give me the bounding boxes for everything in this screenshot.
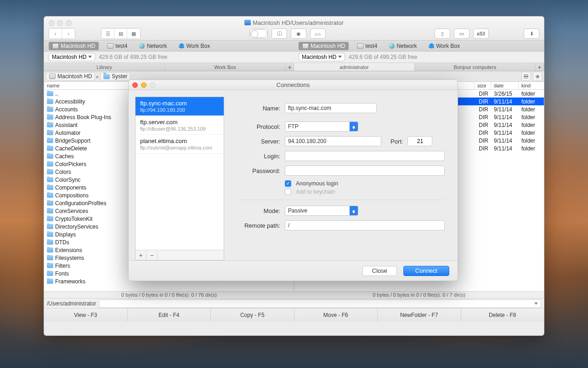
forward-button[interactable]: ›	[62, 29, 75, 39]
folder-icon	[47, 216, 53, 221]
folder-icon	[103, 74, 110, 79]
connect-button[interactable]: Connect	[403, 266, 449, 276]
form-divider	[238, 200, 445, 200]
s3-button[interactable]: aS3	[473, 29, 489, 39]
connection-item[interactable]: ftp.sync-mac.comftp://94.100.180.200	[136, 97, 224, 116]
folder-icon	[47, 247, 53, 253]
function-button[interactable]: NewFolder - F7	[378, 309, 461, 322]
col-kind-r[interactable]: kind	[519, 82, 544, 89]
quicklook-button[interactable]: ◉	[291, 29, 306, 39]
list-view-button[interactable]	[521, 72, 531, 81]
favorite-star-button[interactable]: ★	[533, 72, 542, 81]
server-label: Server:	[229, 138, 280, 145]
hd-icon	[357, 43, 363, 49]
add-connection-button[interactable]: +	[136, 250, 147, 260]
function-button[interactable]: Delete - F8	[461, 309, 544, 322]
status-left: 0 bytes / 0 bytes in 0 / 0 file(s). 0 / …	[44, 292, 294, 298]
folder-icon	[47, 232, 53, 237]
crumb-system[interactable]: Syster	[100, 72, 130, 80]
tab-row: Library Work Box + administrator Bonjour…	[44, 63, 544, 71]
dialog-close-button[interactable]	[132, 82, 138, 88]
volume-select-left[interactable]: Macintosh HD	[49, 53, 95, 61]
anonymous-checkbox[interactable]	[285, 180, 291, 187]
dialog-minimize-button[interactable]	[141, 82, 147, 88]
dialog-traffic-lights	[132, 82, 155, 88]
fav-test4-r[interactable]: test4	[353, 42, 381, 50]
favorites-bar: Macintosh HD test4 Network Work Box Maci…	[44, 40, 544, 52]
dialog-zoom-button[interactable]	[150, 82, 155, 88]
tab-workbox[interactable]: Work Box	[165, 63, 286, 71]
server-input[interactable]: 94.100.180.200	[285, 136, 381, 146]
connections-items[interactable]: ftp.sync-mac.comftp://94.100.180.200ftp.…	[136, 97, 224, 250]
command-path-label: /Users/administrator	[47, 300, 96, 307]
fav-macintosh-hd[interactable]: Macintosh HD	[49, 42, 99, 50]
col-size-r[interactable]: size	[475, 82, 491, 89]
view-columns-icon[interactable]: ▤	[114, 29, 127, 39]
password-input[interactable]	[285, 166, 445, 176]
folder-icon	[47, 107, 53, 112]
download-button[interactable]: ⬇	[524, 29, 539, 39]
binoculars-button[interactable]: ⌕⌕	[310, 29, 326, 39]
chevron-updown-icon	[350, 206, 358, 215]
folder-icon	[47, 177, 53, 182]
connections-list-footer: + −	[136, 250, 224, 260]
toggle-switch[interactable]	[249, 29, 268, 39]
remove-connection-button[interactable]: −	[147, 250, 158, 260]
fav-network-r[interactable]: Network	[385, 42, 420, 50]
folder-icon	[47, 240, 53, 245]
keychain-checkbox[interactable]	[285, 189, 291, 195]
mode-select[interactable]: Passive	[285, 206, 358, 216]
function-button[interactable]: Copy - F5	[211, 309, 294, 322]
fav-test4[interactable]: test4	[103, 42, 131, 50]
remote-path-input[interactable]: /	[285, 220, 445, 230]
back-button[interactable]: ‹	[49, 29, 62, 39]
volume-select-right[interactable]: Macintosh HD	[299, 53, 345, 61]
dialog-footer: Close Connect	[129, 260, 458, 281]
crumb-hd[interactable]: Macintosh HD	[46, 72, 95, 80]
close-button[interactable]: Close	[362, 266, 397, 276]
fav-network[interactable]: Network	[136, 42, 170, 50]
tab-add-right[interactable]: +	[536, 63, 544, 71]
tab-administrator[interactable]: administrator	[294, 63, 415, 71]
name-input[interactable]: ftp.sync-mac.com	[285, 103, 377, 113]
folder-icon	[47, 193, 53, 198]
port-input[interactable]: 21	[407, 136, 432, 146]
window-title: Macintosh HD/Users/administrator	[44, 19, 544, 26]
folder-icon	[47, 146, 53, 151]
dialog-body: ftp.sync-mac.comftp://94.100.180.200ftp.…	[129, 90, 458, 260]
command-input[interactable]	[99, 299, 541, 308]
volume-free-left: 429.6 GB of 499.25 GB free	[99, 54, 167, 60]
tab-bonjour[interactable]: Bonjour computers	[415, 63, 536, 71]
anonymous-label: Anonymous login	[296, 180, 338, 187]
view-list-icon[interactable]: ☰	[102, 29, 114, 39]
function-button[interactable]: Move - F6	[294, 309, 378, 322]
fav-workbox[interactable]: Work Box	[175, 42, 214, 50]
protocol-select[interactable]: FTP	[285, 121, 358, 132]
info-button[interactable]: ⓘ	[271, 29, 287, 39]
tab-add-left[interactable]: +	[286, 63, 294, 71]
hd-icon	[49, 74, 56, 79]
volume-free-right: 429.6 GB of 499.25 GB free	[349, 54, 417, 60]
login-input[interactable]	[285, 151, 445, 161]
remote-path-label: Remote path:	[229, 222, 280, 229]
dropbox-icon	[429, 43, 434, 49]
fav-workbox-r[interactable]: Work Box	[425, 42, 464, 50]
disk-button[interactable]: ▭	[454, 29, 469, 39]
tabs-right: administrator Bonjour computers +	[294, 63, 544, 71]
tab-library[interactable]: Library	[44, 63, 165, 71]
fav-macintosh-hd-r[interactable]: Macintosh HD	[299, 42, 349, 50]
connection-item[interactable]: planet.eltima.comftp://submit@seoapp.elt…	[136, 135, 224, 154]
connection-item[interactable]: ftp.server.comftp://dbuser@96.136.253.10…	[136, 116, 224, 135]
toolbar: ‹ › ☰ ▤ ▦ ⓘ ◉ ⌕⌕ ▯ ▭ aS3 ⬇	[44, 27, 544, 40]
dropbox-icon	[179, 43, 184, 49]
archive-button[interactable]: ▯	[435, 29, 450, 39]
folder-icon	[244, 20, 251, 25]
name-label: Name:	[229, 105, 280, 112]
port-label: Port:	[390, 138, 403, 145]
view-grid-icon[interactable]: ▦	[127, 29, 140, 39]
function-button[interactable]: View - F3	[44, 309, 128, 322]
folder-icon	[47, 138, 53, 143]
function-button[interactable]: Edit - F4	[128, 309, 211, 322]
folder-icon	[47, 255, 53, 260]
col-date-r[interactable]: date	[491, 82, 519, 89]
